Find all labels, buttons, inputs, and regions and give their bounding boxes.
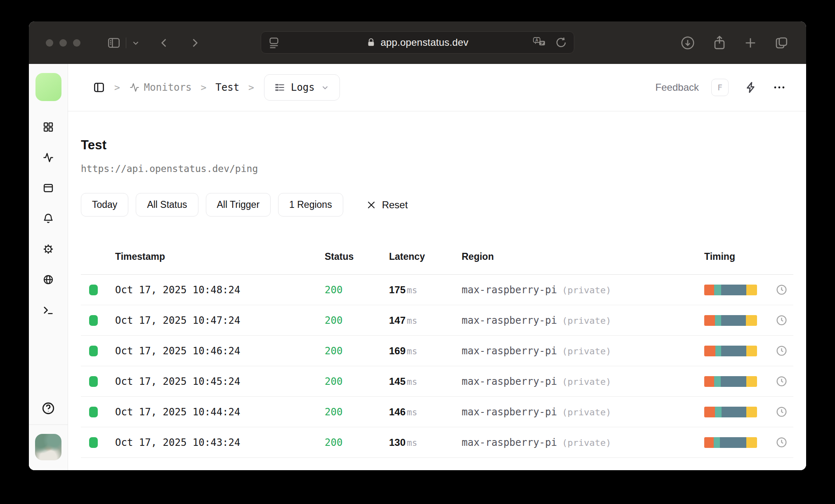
breadcrumb-separator: >: [114, 82, 120, 93]
feedback-button[interactable]: Feedback: [656, 82, 699, 93]
timing-bar: [704, 285, 757, 295]
latency-unit: ms: [407, 438, 417, 448]
breadcrumb-monitor-name[interactable]: Test: [215, 82, 239, 93]
more-options-icon[interactable]: [772, 80, 786, 94]
status-page-icon[interactable]: [42, 182, 54, 194]
tab-overview-icon[interactable]: [774, 35, 789, 50]
monitors-activity-icon[interactable]: [42, 151, 54, 164]
cell-timestamp: Oct 17, 2025 10:45:24: [115, 376, 325, 387]
notifications-bell-icon[interactable]: [42, 212, 54, 225]
page-settings-icon[interactable]: [268, 36, 280, 49]
col-timestamp: Timestamp: [115, 251, 325, 262]
timing-bar: [704, 315, 757, 326]
cell-timestamp: Oct 17, 2025 10:46:24: [115, 345, 325, 357]
latency-unit: ms: [407, 346, 417, 356]
region-note: (private): [562, 377, 611, 387]
activity-icon: [129, 82, 140, 93]
app-sidebar: [29, 64, 68, 470]
browser-window: app.openstatus.dev A: [29, 21, 806, 470]
cell-timestamp: Oct 17, 2025 10:43:24: [115, 437, 325, 448]
filter-status-button[interactable]: All Status: [136, 193, 198, 217]
app-body: > Monitors > Test > Logs Feedback: [29, 64, 806, 470]
help-icon[interactable]: [41, 401, 55, 415]
region-name: max-raspberry-pi: [462, 406, 557, 418]
sidebar-chevron-down-icon[interactable]: [131, 38, 140, 47]
table-row[interactable]: Oct 17, 2025 10:46:24 200 169ms max-rasp…: [81, 336, 793, 366]
col-latency: Latency: [389, 251, 462, 262]
logs-view-selector[interactable]: Logs: [264, 74, 340, 101]
table-row[interactable]: Oct 17, 2025 10:48:24 200 175ms max-rasp…: [81, 275, 793, 305]
col-region: Region: [462, 251, 704, 262]
browser-titlebar: app.openstatus.dev A: [29, 21, 806, 64]
app-header: > Monitors > Test > Logs Feedback: [68, 64, 806, 111]
svg-text:A: A: [535, 38, 538, 42]
filter-period-button[interactable]: Today: [81, 193, 128, 217]
new-tab-icon[interactable]: [743, 36, 757, 50]
share-icon[interactable]: [712, 35, 727, 51]
latency-value: 175: [389, 284, 406, 296]
chevron-down-icon: [321, 83, 330, 92]
command-zap-icon[interactable]: [744, 81, 757, 94]
browser-nav-controls: [107, 36, 200, 50]
region-name: max-raspberry-pi: [462, 315, 557, 326]
clock-icon[interactable]: [776, 345, 788, 357]
workspace-logo[interactable]: [35, 73, 61, 101]
breadcrumb-monitors-label: Monitors: [144, 82, 192, 93]
address-bar-actions: A: [533, 36, 567, 49]
clock-icon[interactable]: [776, 436, 788, 448]
traffic-lights: [46, 39, 80, 47]
back-button-icon[interactable]: [158, 37, 170, 49]
breadcrumb-separator: >: [200, 82, 206, 93]
dashboard-grid-icon[interactable]: [42, 121, 54, 133]
settings-gear-icon[interactable]: [42, 243, 54, 255]
breadcrumb: > Monitors > Test > Logs: [93, 74, 340, 101]
latency-value: 146: [389, 406, 406, 418]
status-code: 200: [325, 345, 389, 357]
reload-icon[interactable]: [555, 36, 567, 49]
app-sidebar-toggle-icon[interactable]: [93, 81, 105, 94]
terminal-icon[interactable]: [42, 304, 54, 316]
col-timing: Timing: [704, 251, 793, 262]
latency-unit: ms: [407, 407, 417, 417]
status-indicator: [89, 376, 98, 387]
forward-button-icon[interactable]: [189, 37, 200, 49]
latency-value: 147: [389, 315, 406, 326]
user-avatar[interactable]: [35, 434, 61, 460]
reset-filters-button[interactable]: Reset: [366, 199, 408, 211]
browser-sidebar-toggle-icon[interactable]: [107, 36, 121, 50]
region-note: (private): [562, 346, 611, 356]
status-indicator: [89, 346, 98, 356]
clock-icon[interactable]: [776, 406, 788, 418]
zoom-window-button[interactable]: [73, 39, 80, 47]
close-window-button[interactable]: [46, 39, 53, 47]
region-name: max-raspberry-pi: [462, 345, 557, 357]
globe-icon[interactable]: [42, 273, 54, 286]
translate-icon[interactable]: A: [533, 36, 547, 49]
breadcrumb-monitors[interactable]: Monitors: [129, 82, 192, 93]
address-bar[interactable]: app.openstatus.dev A: [261, 31, 574, 54]
clock-icon[interactable]: [776, 314, 788, 326]
address-bar-url[interactable]: app.openstatus.dev: [380, 37, 468, 48]
table-row[interactable]: Oct 17, 2025 10:44:24 200 146ms max-rasp…: [81, 397, 793, 427]
latency-unit: ms: [407, 316, 417, 326]
divider: [126, 38, 126, 48]
timing-bar: [704, 376, 757, 387]
clock-icon[interactable]: [776, 375, 788, 387]
address-bar-domain-group: app.openstatus.dev: [366, 37, 468, 48]
filter-regions-button[interactable]: 1 Regions: [278, 193, 343, 217]
table-row[interactable]: Oct 17, 2025 10:45:24 200 145ms max-rasp…: [81, 366, 793, 397]
region-name: max-raspberry-pi: [462, 437, 557, 448]
table-row[interactable]: Oct 17, 2025 10:43:24 200 130ms max-rasp…: [81, 427, 793, 458]
latency-value: 130: [389, 437, 406, 448]
filter-trigger-button[interactable]: All Trigger: [206, 193, 271, 217]
breadcrumb-separator: >: [248, 82, 254, 93]
status-code: 200: [325, 406, 389, 418]
latency-value: 145: [389, 376, 406, 387]
timing-bar: [704, 407, 757, 417]
downloads-icon[interactable]: [680, 35, 696, 51]
table-row[interactable]: Oct 17, 2025 10:47:24 200 147ms max-rasp…: [81, 305, 793, 336]
status-indicator: [89, 315, 98, 326]
region-note: (private): [562, 316, 611, 326]
minimize-window-button[interactable]: [59, 39, 67, 47]
clock-icon[interactable]: [776, 284, 788, 296]
